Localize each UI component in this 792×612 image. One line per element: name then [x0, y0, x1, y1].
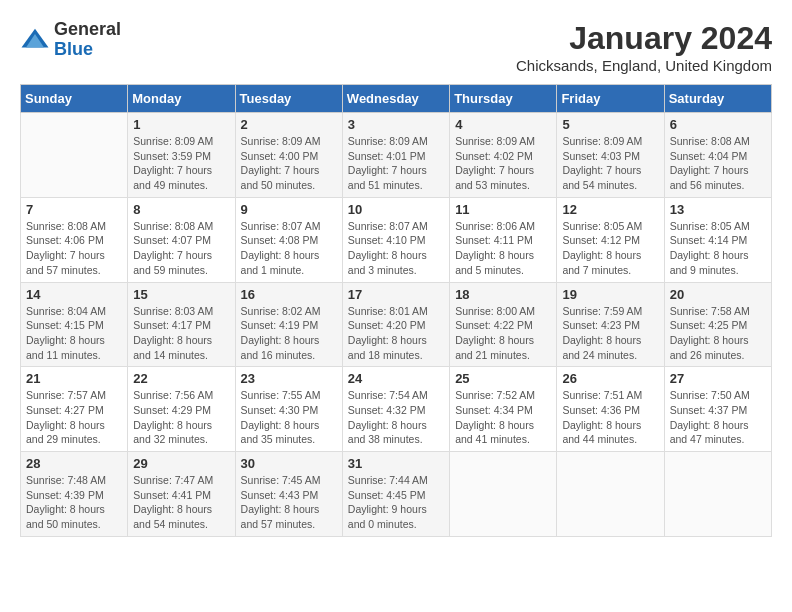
calendar-cell: 8Sunrise: 8:08 AMSunset: 4:07 PMDaylight…	[128, 197, 235, 282]
calendar-cell: 10Sunrise: 8:07 AMSunset: 4:10 PMDayligh…	[342, 197, 449, 282]
day-info: Sunrise: 7:45 AMSunset: 4:43 PMDaylight:…	[241, 473, 337, 532]
logo-text: General Blue	[54, 20, 121, 60]
day-number: 10	[348, 202, 444, 217]
calendar-cell: 31Sunrise: 7:44 AMSunset: 4:45 PMDayligh…	[342, 452, 449, 537]
calendar-cell: 27Sunrise: 7:50 AMSunset: 4:37 PMDayligh…	[664, 367, 771, 452]
day-info: Sunrise: 8:07 AMSunset: 4:10 PMDaylight:…	[348, 219, 444, 278]
day-info: Sunrise: 8:05 AMSunset: 4:12 PMDaylight:…	[562, 219, 658, 278]
day-number: 5	[562, 117, 658, 132]
day-number: 18	[455, 287, 551, 302]
day-number: 30	[241, 456, 337, 471]
calendar-cell: 9Sunrise: 8:07 AMSunset: 4:08 PMDaylight…	[235, 197, 342, 282]
day-number: 2	[241, 117, 337, 132]
page-header: General Blue January 2024 Chicksands, En…	[20, 20, 772, 74]
day-number: 19	[562, 287, 658, 302]
day-number: 17	[348, 287, 444, 302]
calendar-cell: 19Sunrise: 7:59 AMSunset: 4:23 PMDayligh…	[557, 282, 664, 367]
calendar-table: SundayMondayTuesdayWednesdayThursdayFrid…	[20, 84, 772, 537]
day-number: 13	[670, 202, 766, 217]
day-info: Sunrise: 8:05 AMSunset: 4:14 PMDaylight:…	[670, 219, 766, 278]
logo-blue: Blue	[54, 39, 93, 59]
day-info: Sunrise: 7:52 AMSunset: 4:34 PMDaylight:…	[455, 388, 551, 447]
calendar-cell: 28Sunrise: 7:48 AMSunset: 4:39 PMDayligh…	[21, 452, 128, 537]
day-info: Sunrise: 8:08 AMSunset: 4:04 PMDaylight:…	[670, 134, 766, 193]
header-wednesday: Wednesday	[342, 85, 449, 113]
calendar-week-4: 21Sunrise: 7:57 AMSunset: 4:27 PMDayligh…	[21, 367, 772, 452]
calendar-cell: 26Sunrise: 7:51 AMSunset: 4:36 PMDayligh…	[557, 367, 664, 452]
day-number: 28	[26, 456, 122, 471]
day-info: Sunrise: 8:07 AMSunset: 4:08 PMDaylight:…	[241, 219, 337, 278]
logo-general: General	[54, 19, 121, 39]
month-title: January 2024	[516, 20, 772, 57]
header-sunday: Sunday	[21, 85, 128, 113]
day-number: 1	[133, 117, 229, 132]
calendar-cell: 5Sunrise: 8:09 AMSunset: 4:03 PMDaylight…	[557, 113, 664, 198]
calendar-cell: 2Sunrise: 8:09 AMSunset: 4:00 PMDaylight…	[235, 113, 342, 198]
calendar-cell: 13Sunrise: 8:05 AMSunset: 4:14 PMDayligh…	[664, 197, 771, 282]
day-info: Sunrise: 7:57 AMSunset: 4:27 PMDaylight:…	[26, 388, 122, 447]
day-number: 11	[455, 202, 551, 217]
calendar-cell: 29Sunrise: 7:47 AMSunset: 4:41 PMDayligh…	[128, 452, 235, 537]
calendar-cell: 25Sunrise: 7:52 AMSunset: 4:34 PMDayligh…	[450, 367, 557, 452]
day-number: 22	[133, 371, 229, 386]
day-number: 24	[348, 371, 444, 386]
day-info: Sunrise: 8:09 AMSunset: 4:01 PMDaylight:…	[348, 134, 444, 193]
calendar-cell	[664, 452, 771, 537]
day-info: Sunrise: 8:03 AMSunset: 4:17 PMDaylight:…	[133, 304, 229, 363]
calendar-cell: 24Sunrise: 7:54 AMSunset: 4:32 PMDayligh…	[342, 367, 449, 452]
day-info: Sunrise: 7:47 AMSunset: 4:41 PMDaylight:…	[133, 473, 229, 532]
day-info: Sunrise: 8:09 AMSunset: 3:59 PMDaylight:…	[133, 134, 229, 193]
day-info: Sunrise: 8:01 AMSunset: 4:20 PMDaylight:…	[348, 304, 444, 363]
calendar-cell: 11Sunrise: 8:06 AMSunset: 4:11 PMDayligh…	[450, 197, 557, 282]
calendar-week-2: 7Sunrise: 8:08 AMSunset: 4:06 PMDaylight…	[21, 197, 772, 282]
header-tuesday: Tuesday	[235, 85, 342, 113]
day-info: Sunrise: 8:09 AMSunset: 4:02 PMDaylight:…	[455, 134, 551, 193]
day-number: 3	[348, 117, 444, 132]
calendar-cell: 4Sunrise: 8:09 AMSunset: 4:02 PMDaylight…	[450, 113, 557, 198]
calendar-header-row: SundayMondayTuesdayWednesdayThursdayFrid…	[21, 85, 772, 113]
day-info: Sunrise: 7:56 AMSunset: 4:29 PMDaylight:…	[133, 388, 229, 447]
day-info: Sunrise: 7:51 AMSunset: 4:36 PMDaylight:…	[562, 388, 658, 447]
calendar-cell: 21Sunrise: 7:57 AMSunset: 4:27 PMDayligh…	[21, 367, 128, 452]
calendar-cell: 22Sunrise: 7:56 AMSunset: 4:29 PMDayligh…	[128, 367, 235, 452]
day-info: Sunrise: 7:50 AMSunset: 4:37 PMDaylight:…	[670, 388, 766, 447]
calendar-cell: 18Sunrise: 8:00 AMSunset: 4:22 PMDayligh…	[450, 282, 557, 367]
day-number: 4	[455, 117, 551, 132]
day-number: 31	[348, 456, 444, 471]
day-number: 25	[455, 371, 551, 386]
day-number: 12	[562, 202, 658, 217]
calendar-cell: 6Sunrise: 8:08 AMSunset: 4:04 PMDaylight…	[664, 113, 771, 198]
header-thursday: Thursday	[450, 85, 557, 113]
day-number: 27	[670, 371, 766, 386]
day-info: Sunrise: 7:58 AMSunset: 4:25 PMDaylight:…	[670, 304, 766, 363]
logo-icon	[20, 25, 50, 55]
calendar-cell: 12Sunrise: 8:05 AMSunset: 4:12 PMDayligh…	[557, 197, 664, 282]
day-info: Sunrise: 8:00 AMSunset: 4:22 PMDaylight:…	[455, 304, 551, 363]
day-number: 23	[241, 371, 337, 386]
day-number: 21	[26, 371, 122, 386]
header-friday: Friday	[557, 85, 664, 113]
calendar-cell: 7Sunrise: 8:08 AMSunset: 4:06 PMDaylight…	[21, 197, 128, 282]
day-number: 14	[26, 287, 122, 302]
calendar-week-1: 1Sunrise: 8:09 AMSunset: 3:59 PMDaylight…	[21, 113, 772, 198]
calendar-week-3: 14Sunrise: 8:04 AMSunset: 4:15 PMDayligh…	[21, 282, 772, 367]
title-block: January 2024 Chicksands, England, United…	[516, 20, 772, 74]
calendar-cell	[557, 452, 664, 537]
day-info: Sunrise: 8:09 AMSunset: 4:00 PMDaylight:…	[241, 134, 337, 193]
day-number: 7	[26, 202, 122, 217]
day-number: 15	[133, 287, 229, 302]
calendar-cell: 15Sunrise: 8:03 AMSunset: 4:17 PMDayligh…	[128, 282, 235, 367]
calendar-cell	[450, 452, 557, 537]
calendar-cell: 17Sunrise: 8:01 AMSunset: 4:20 PMDayligh…	[342, 282, 449, 367]
location-subtitle: Chicksands, England, United Kingdom	[516, 57, 772, 74]
day-number: 8	[133, 202, 229, 217]
day-info: Sunrise: 7:48 AMSunset: 4:39 PMDaylight:…	[26, 473, 122, 532]
day-info: Sunrise: 7:55 AMSunset: 4:30 PMDaylight:…	[241, 388, 337, 447]
calendar-cell: 16Sunrise: 8:02 AMSunset: 4:19 PMDayligh…	[235, 282, 342, 367]
calendar-cell: 20Sunrise: 7:58 AMSunset: 4:25 PMDayligh…	[664, 282, 771, 367]
day-info: Sunrise: 8:04 AMSunset: 4:15 PMDaylight:…	[26, 304, 122, 363]
day-info: Sunrise: 8:08 AMSunset: 4:07 PMDaylight:…	[133, 219, 229, 278]
calendar-cell: 1Sunrise: 8:09 AMSunset: 3:59 PMDaylight…	[128, 113, 235, 198]
day-number: 16	[241, 287, 337, 302]
day-info: Sunrise: 7:59 AMSunset: 4:23 PMDaylight:…	[562, 304, 658, 363]
